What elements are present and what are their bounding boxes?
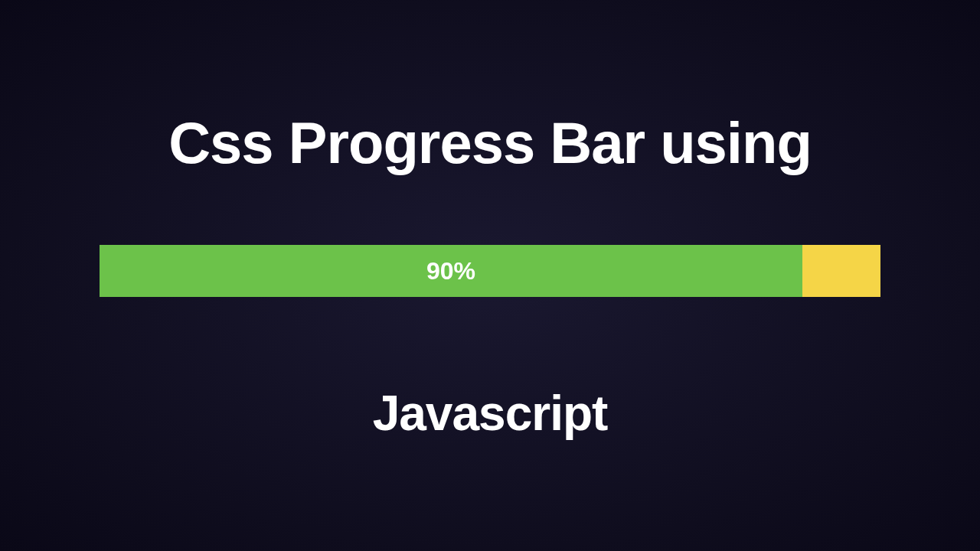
progress-label: 90% [426, 257, 475, 285]
progress-bar: 90% [100, 245, 880, 297]
progress-fill: 90% [100, 245, 802, 297]
title-line-2: Javascript [373, 385, 608, 442]
title-line-1: Css Progress Bar using [168, 109, 812, 176]
